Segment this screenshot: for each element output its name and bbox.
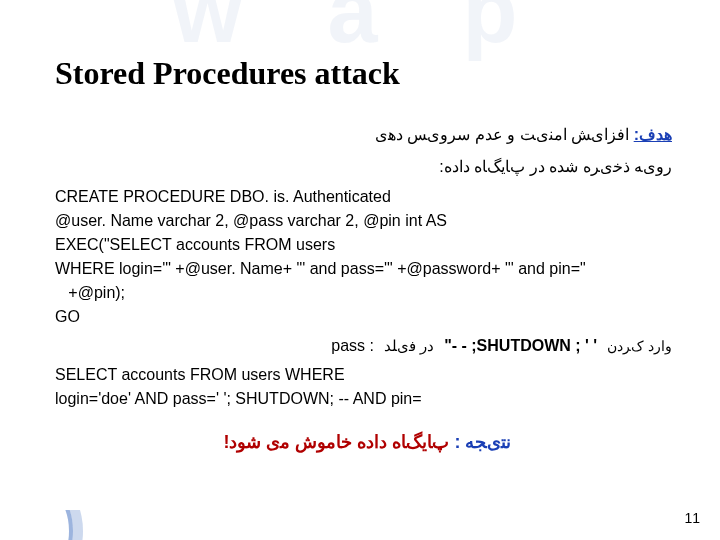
result-text: پﺎیگﺎﻩ ﺩﺍﺩﻩ ﺧﺎﻣﻮﺵ ﻣی ﺷﻮﺩ! <box>223 432 449 452</box>
code-block-proc: CREATE PROCEDURE DBO. is. Authenticated … <box>55 185 680 329</box>
result-label: ﻧﺘیﺠﻪ : <box>455 432 512 452</box>
slide-title: Stored Procedures attack <box>55 55 680 92</box>
inject-label: ﻭﺍﺭﺩ کﺮﺩﻥ <box>607 338 672 354</box>
stored-proc-subline: ﺭﻭیﻪ ﺫﺧیﺮﻩ ﺷﺪﻩ ﺩﺭ پﺎیگﺎﻩ ﺩﺍﺩﻩ: <box>55 154 680 180</box>
result-line: ﻧﺘیﺠﻪ : پﺎیگﺎﻩ ﺩﺍﺩﻩ ﺧﺎﻣﻮﺵ ﻣی ﺷﻮﺩ! <box>55 431 680 453</box>
slide-container: Stored Procedures attack ﻫﺪﻑ: ﺍﻓﺰﺍیﺶ ﺍﻣﻨ… <box>0 0 720 540</box>
code-block-result: SELECT accounts FROM users WHERE login='… <box>55 363 680 411</box>
page-number: 11 <box>684 510 700 526</box>
corner-decoration <box>0 510 90 540</box>
inject-after: pass : <box>331 337 374 355</box>
goal-line: ﻫﺪﻑ: ﺍﻓﺰﺍیﺶ ﺍﻣﻨیﺖ ﻭ ﻋﺪﻡ ﺳﺮﻭیﺲ ﺩﻫی <box>55 122 680 148</box>
inject-mid: ﺩﺭ ﻓیﻠﺪ <box>384 337 434 355</box>
inject-line: ﻭﺍﺭﺩ کﺮﺩﻥ "- - ;SHUTDOWN ; ' ' ﺩﺭ ﻓیﻠﺪ p… <box>55 337 680 355</box>
goal-text: ﺍﻓﺰﺍیﺶ ﺍﻣﻨیﺖ ﻭ ﻋﺪﻡ ﺳﺮﻭیﺲ ﺩﻫی <box>375 126 629 143</box>
inject-payload: "- - ;SHUTDOWN ; ' ' <box>444 337 597 355</box>
goal-label: ﻫﺪﻑ: <box>634 126 672 143</box>
